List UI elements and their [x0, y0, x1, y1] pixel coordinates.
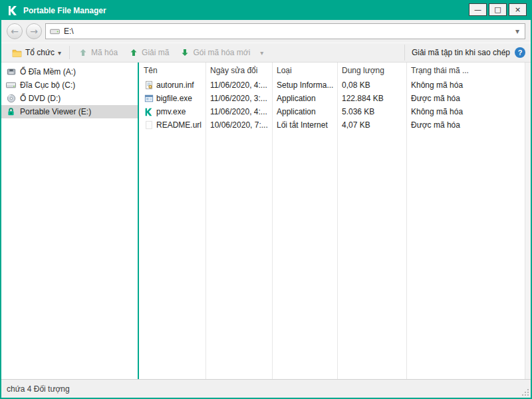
file-name-cell: bigfile.exe [139, 94, 205, 104]
window-controls: — □ × [469, 1, 531, 20]
organize-label: Tổ chức [25, 48, 55, 57]
file-name-cell: pmv.exe [139, 107, 205, 117]
chevron-down-icon: ▾ [58, 49, 61, 57]
navigation-bar: ← → E:\ ▾ [1, 20, 531, 43]
file-type-cell: Application [272, 107, 337, 116]
kaspersky-logo-icon [7, 5, 19, 17]
organize-button[interactable]: Tổ chức ▾ [7, 45, 66, 61]
portable-file-manager-window: Portable File Manager — □ × ← → E:\ ▾ Tổ… [0, 0, 532, 399]
address-path: E:\ [64, 27, 510, 36]
file-modified-cell: 11/06/2020, 4:... [205, 107, 272, 116]
exe-file-icon [144, 94, 154, 104]
file-row[interactable]: README.url 10/06/2020, 7:... Lối tắt Int… [139, 118, 525, 132]
vertical-scrollbar[interactable] [525, 63, 531, 379]
column-header-name[interactable]: Tên [139, 66, 205, 75]
file-row[interactable]: bigfile.exe 11/06/2020, 3:... Applicatio… [139, 92, 525, 105]
toolbar-right-group: Giải mã tập tin khi sao chép ? [404, 45, 525, 61]
decrypt-up-arrow-icon [128, 48, 138, 58]
file-size-cell: 0,08 KB [337, 80, 406, 90]
file-list: Tên Ngày sửa đổi Loại Dung lượng Trạng t… [139, 63, 525, 379]
forward-button[interactable]: → [26, 23, 42, 39]
folder-icon [12, 48, 22, 58]
file-modified-cell: 10/06/2020, 7:... [205, 120, 272, 130]
decrypt-label: Giải mã [142, 48, 169, 57]
encrypt-button[interactable]: Mã hóa [72, 45, 123, 61]
file-size-cell: 122.884 KB [337, 94, 406, 103]
new-package-button[interactable]: Gói mã hóa mới ▾ [174, 45, 269, 61]
hard-drive-icon [6, 80, 16, 90]
back-button[interactable]: ← [7, 23, 23, 39]
file-status-cell: Được mã hóa [406, 94, 525, 103]
sidebar-item-floppy-a[interactable]: Ổ Đĩa Mềm (A:) [1, 65, 138, 78]
file-type-cell: Setup Informa... [272, 80, 337, 90]
address-dropdown-icon[interactable]: ▾ [514, 27, 521, 36]
file-type-cell: Lối tắt Internet [272, 120, 337, 130]
file-name: README.url [156, 120, 201, 130]
window-title: Portable File Manager [23, 6, 106, 15]
encrypt-label: Mã hóa [91, 48, 118, 57]
column-header-type[interactable]: Loại [272, 66, 337, 75]
decrypt-on-copy-label: Giải mã tập tin khi sao chép [412, 48, 510, 57]
file-name: bigfile.exe [156, 94, 192, 103]
maximize-button[interactable]: □ [489, 3, 507, 16]
sidebar-item-label: Đĩa Cục bộ (C:) [20, 80, 75, 90]
decrypt-button[interactable]: Giải mã [123, 45, 174, 61]
column-header-size[interactable]: Dung lượng [337, 66, 406, 75]
kaspersky-file-icon [144, 107, 154, 117]
sidebar-item-portable-viewer-e[interactable]: Portable Viewer (E:) [1, 105, 138, 118]
url-file-icon [144, 120, 154, 130]
main-area: Ổ Đĩa Mềm (A:) Đĩa Cục bộ (C:) Ổ DVD (D:… [1, 63, 531, 379]
floppy-drive-icon [6, 67, 16, 77]
file-row[interactable]: autorun.inf 11/06/2020, 4:... Setup Info… [139, 78, 525, 92]
sidebar-item-dvd-d[interactable]: Ổ DVD (D:) [1, 92, 138, 105]
column-header-modified[interactable]: Ngày sửa đổi [205, 66, 272, 75]
help-icon[interactable]: ? [515, 47, 525, 58]
titlebar: Portable File Manager — □ × [1, 1, 531, 20]
file-name-cell: README.url [139, 120, 205, 130]
sidebar-item-label: Portable Viewer (E:) [20, 107, 91, 116]
file-type-cell: Application [272, 94, 337, 103]
new-package-label: Gói mã hóa mới [193, 48, 250, 57]
status-bar: chứa 4 Đối tượng [1, 379, 531, 398]
file-size-cell: 4,07 KB [337, 120, 406, 130]
column-headers: Tên Ngày sửa đổi Loại Dung lượng Trạng t… [139, 63, 525, 78]
file-status-cell: Không mã hóa [406, 107, 525, 116]
file-name-cell: autorun.inf [139, 80, 205, 90]
close-button[interactable]: × [509, 3, 527, 16]
drives-sidebar: Ổ Đĩa Mềm (A:) Đĩa Cục bộ (C:) Ổ DVD (D:… [1, 63, 138, 379]
file-size-cell: 5.036 KB [337, 107, 406, 116]
dvd-drive-icon [6, 94, 16, 104]
drive-icon [50, 27, 60, 37]
file-modified-cell: 11/06/2020, 4:... [205, 80, 272, 90]
lock-icon [6, 107, 16, 117]
file-modified-cell: 11/06/2020, 3:... [205, 94, 272, 103]
new-package-down-arrow-icon [180, 48, 190, 58]
file-row[interactable]: pmv.exe 11/06/2020, 4:... Application 5.… [139, 105, 525, 118]
file-status-cell: Được mã hóa [406, 120, 525, 130]
minimize-button[interactable]: — [469, 3, 487, 16]
file-status-cell: Không mã hóa [406, 80, 525, 90]
file-name: pmv.exe [156, 107, 186, 116]
address-bar[interactable]: E:\ ▾ [45, 23, 525, 39]
toolbar: Tổ chức ▾ Mã hóa Giải mã Gói mã hóa mới … [1, 43, 531, 63]
encrypt-up-arrow-icon [78, 48, 88, 58]
column-header-encryption-status[interactable]: Trạng thái mã ... [406, 66, 525, 75]
resize-grip[interactable] [521, 388, 529, 396]
file-name: autorun.inf [156, 80, 194, 90]
status-text: chứa 4 Đối tượng [7, 384, 70, 394]
sidebar-item-label: Ổ Đĩa Mềm (A:) [20, 67, 76, 76]
chevron-down-icon[interactable]: ▾ [260, 49, 263, 57]
sidebar-item-label: Ổ DVD (D:) [20, 94, 61, 103]
sidebar-item-local-disk-c[interactable]: Đĩa Cục bộ (C:) [1, 78, 138, 92]
ini-file-icon [144, 80, 154, 90]
toolbar-separator [69, 46, 70, 59]
